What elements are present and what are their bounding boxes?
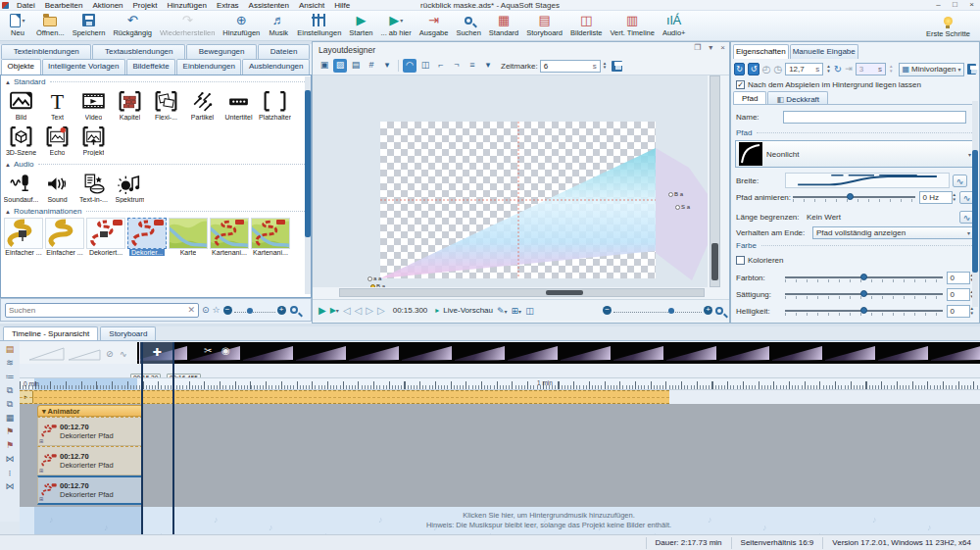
menu-projekt[interactable]: Projekt xyxy=(128,1,163,10)
playhead-start[interactable] xyxy=(141,342,143,536)
playhead-end[interactable] xyxy=(172,342,174,536)
timeline-ruler[interactable]: 0 min 1 min xyxy=(20,377,980,390)
object-item-echo[interactable]: Echo xyxy=(39,124,75,156)
object-item-sound[interactable]: Sound xyxy=(39,171,75,203)
filmstrip-thumbnail[interactable] xyxy=(402,345,452,361)
object-item-text[interactable]: T Text xyxy=(39,88,75,121)
laenge-value[interactable]: Kein Wert xyxy=(807,213,841,222)
chapter-cap-icon[interactable]: ▸ xyxy=(20,391,33,403)
menu-hinzufügen[interactable]: Hinzufügen xyxy=(162,1,211,10)
zoom-out-icon[interactable]: − xyxy=(603,306,612,315)
library-tab-bildeffekte[interactable]: Bildeffekte xyxy=(126,59,175,75)
copy-track-icon[interactable]: ⧉ xyxy=(7,399,13,409)
object-item-partikel[interactable]: Partikel xyxy=(184,88,220,121)
toolbar-button-standard[interactable]: ▦ Standard xyxy=(485,12,522,37)
filmstrip-thumbnail[interactable] xyxy=(825,345,875,361)
library-tab-texteinblendungen[interactable]: Texteinblendungen xyxy=(1,44,91,59)
object-item-3d-szene[interactable]: 3D-Szene xyxy=(3,124,39,156)
close-panel-icon[interactable]: × xyxy=(720,43,725,52)
verhalten-select[interactable]: Pfad vollständig anzeigen▾ xyxy=(812,226,974,239)
box-mode-icon[interactable]: ◫ xyxy=(418,59,432,73)
menu-hilfe[interactable]: Hilfe xyxy=(329,1,355,10)
pfad-preset-dropdown[interactable]: Neonlicht ▾ xyxy=(735,140,975,168)
filmstrip-thumbnail[interactable] xyxy=(190,345,240,361)
filmstrip-thumbnail[interactable] xyxy=(508,345,558,361)
section-header-audio[interactable]: ▲Audio xyxy=(1,158,311,170)
toolbar-button-ab-hier[interactable]: ▶▾ ... ab hier xyxy=(377,12,416,37)
fit-tracks2-icon[interactable]: ⋈ xyxy=(6,481,15,491)
photo-strip-icon[interactable]: ▤ xyxy=(6,344,15,354)
timeline-object-dekorierter-pfad[interactable]: 00:12.70 Dekorierter Pfad ⊞ xyxy=(37,417,143,446)
route-item-kartenani[interactable]: Kartenani... xyxy=(250,218,291,256)
canvas-horizontal-scrollbar[interactable] xyxy=(339,288,705,297)
canvas-vertical-scrollbar[interactable] xyxy=(710,75,720,287)
library-tab-intelligente-vorlagen[interactable]: Intelligente Vorlagen xyxy=(42,59,125,75)
library-tab-bewegungen[interactable]: Bewegungen xyxy=(186,44,257,59)
music-track[interactable]: ♪♪♪♪♪♪♪♪♪♪♪♪♪♪♪♪♪ Klicken Sie hier, um H… xyxy=(20,507,980,536)
kolorieren-checkbox[interactable] xyxy=(736,256,745,265)
search-input[interactable] xyxy=(9,306,187,315)
play-icon[interactable]: ▶ xyxy=(318,305,326,316)
toolbar-button-wiederherstellen[interactable]: ↷ Wiederherstellen xyxy=(156,12,219,37)
step-back-icon[interactable]: ◁ xyxy=(355,305,363,316)
mix-icon[interactable]: ≋ xyxy=(6,358,14,368)
track-list-icon[interactable]: ≔ xyxy=(6,372,15,381)
route-item-karte[interactable]: Karte xyxy=(168,218,209,256)
toolbar-button-rückgängig[interactable]: ↶ Rückgängig xyxy=(109,12,156,37)
select-frame-icon[interactable]: ▣ xyxy=(318,59,331,73)
subtab-pfad[interactable]: Pfad xyxy=(733,91,766,104)
properties-tab-eigenschaften[interactable]: Eigenschaften xyxy=(733,44,789,59)
path-handle-start[interactable]: a a xyxy=(368,275,381,281)
object-item-video[interactable]: Video xyxy=(75,88,112,121)
route-item-einfacher[interactable]: Einfacher ... xyxy=(3,218,44,256)
animator-group[interactable]: ▾ Animator 00:12.70 Dekorierter Pfad ⊞ 0… xyxy=(37,405,143,505)
toolbar-button-öffnen[interactable]: Öffnen... xyxy=(32,12,69,37)
timeline-object-dekorierter-pfad[interactable]: 00:12.70 Dekorierter Pfad ⊞ xyxy=(37,475,143,505)
more-dots-icon[interactable]: ⁝ xyxy=(9,468,12,477)
filmstrip-thumbnail[interactable] xyxy=(772,345,822,361)
duplicate-track-icon[interactable]: ⧉ xyxy=(7,385,13,395)
hsl-input[interactable]: 0 xyxy=(947,288,970,301)
properties-scrollbar[interactable] xyxy=(972,101,978,307)
filmstrip-thumbnail[interactable] xyxy=(349,345,399,361)
hsl-slider[interactable] xyxy=(785,306,943,317)
keep-background-row[interactable]: ✓ Nach dem Abspielen im Hintergrund lieg… xyxy=(731,80,979,89)
dropdown-icon[interactable]: ▾ xyxy=(380,59,394,73)
zoom-in-icon[interactable]: + xyxy=(704,306,712,315)
breite-curve-widget[interactable] xyxy=(785,173,950,188)
library-tab-einblendungen[interactable]: Einblendungen xyxy=(176,59,241,75)
preview-canvas[interactable]: a a B a B a S a xyxy=(313,75,708,287)
dropdown-icon[interactable]: ▾ xyxy=(481,59,495,73)
list-mode-icon[interactable]: ≡ xyxy=(466,59,479,73)
library-scrollbar[interactable] xyxy=(305,76,311,294)
pfad-animieren-spinner[interactable]: ▲▼ xyxy=(953,193,956,202)
subtab-deckkraft[interactable]: ◧ Deckkraft xyxy=(767,91,828,104)
hsl-input[interactable]: 0 xyxy=(947,272,970,284)
route-item-dekoriert[interactable]: Dekoriert... xyxy=(85,218,126,256)
dropdown-arrow-icon[interactable]: ▾ xyxy=(400,17,403,24)
magnifier-icon[interactable] xyxy=(290,306,298,314)
clear-search-icon[interactable]: ✕ xyxy=(187,305,195,315)
cut-scissors-icon[interactable]: ✂ xyxy=(204,345,212,356)
menu-bearbeiten[interactable]: Bearbeiten xyxy=(40,1,88,10)
rows-icon[interactable]: ▤ xyxy=(349,59,363,73)
pin-panel-icon[interactable]: ▾ xyxy=(709,43,712,52)
menu-aktionen[interactable]: Aktionen xyxy=(87,1,127,10)
path-handle-end[interactable]: B a xyxy=(668,191,683,197)
filmstrip-thumbnail[interactable] xyxy=(931,345,980,361)
filmstrip-selection[interactable]: ✚ xyxy=(139,342,174,364)
step-forward-icon[interactable]: ▷ xyxy=(366,305,373,316)
zoom-out-icon[interactable]: − xyxy=(223,306,232,315)
filmstrip-thumbnail[interactable] xyxy=(561,345,611,361)
toolbar-button-audio[interactable]: ılÁ Audio+ xyxy=(659,12,690,37)
hsl-slider[interactable] xyxy=(785,289,943,300)
save-template-icon[interactable] xyxy=(967,64,976,75)
filmstrip-thumbnail[interactable] xyxy=(296,345,346,361)
grid-hash-icon[interactable]: # xyxy=(365,59,378,73)
clock2-icon[interactable]: ◷ xyxy=(773,62,782,76)
object-item-text-in[interactable]: Text-in-... xyxy=(75,171,112,203)
menu-ansicht[interactable]: Ansicht xyxy=(294,1,329,10)
minivorlagen-button[interactable]: ▦ Minivorlagen ▾ xyxy=(899,63,965,76)
toolbar-button-hinzufügen[interactable]: ⊕ Hinzufügen xyxy=(219,12,264,37)
solid-fill-icon[interactable]: ▨ xyxy=(333,59,347,73)
